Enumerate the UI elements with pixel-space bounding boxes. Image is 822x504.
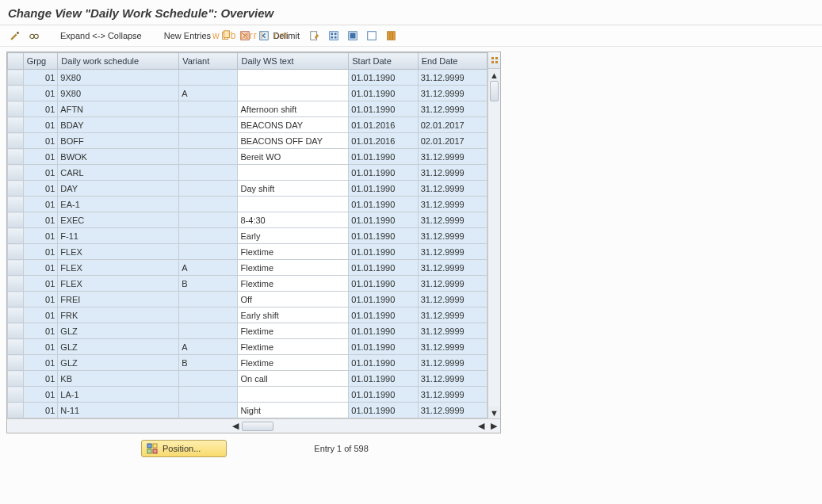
cell-end[interactable]: 31.12.9999 (418, 86, 487, 101)
cell-end[interactable]: 31.12.9999 (418, 212, 487, 228)
scroll-thumb-h[interactable] (242, 422, 273, 431)
row-selector[interactable] (8, 403, 24, 418)
cell-dws[interactable]: BOFF (58, 133, 179, 149)
cell-start[interactable]: 01.01.1990 (349, 181, 418, 197)
cell-variant[interactable] (179, 117, 238, 133)
cell-dws[interactable]: BWOK (58, 149, 179, 165)
cell-end[interactable]: 31.12.9999 (418, 403, 487, 418)
cell-variant[interactable] (179, 149, 238, 165)
row-selector[interactable] (8, 86, 24, 101)
cell-grpg[interactable]: 01 (23, 86, 58, 101)
position-button[interactable]: Position... (141, 440, 227, 457)
toggle-display-icon[interactable] (8, 29, 22, 43)
row-selector[interactable] (8, 307, 24, 323)
cell-end[interactable]: 31.12.9999 (418, 228, 487, 244)
cell-start[interactable]: 01.01.2016 (349, 133, 418, 149)
cell-dws[interactable]: 9X80 (58, 70, 179, 86)
row-selector[interactable] (8, 197, 24, 212)
cell-grpg[interactable]: 01 (23, 323, 58, 339)
cell-end[interactable]: 02.01.2017 (418, 117, 487, 133)
row-selector[interactable] (8, 371, 24, 387)
cell-dws[interactable]: KB (58, 371, 179, 387)
cell-end[interactable]: 31.12.9999 (418, 339, 487, 355)
header-end[interactable]: End Date (418, 53, 487, 70)
cell-text[interactable]: Bereit WO (238, 149, 349, 165)
select-block-icon[interactable] (346, 29, 360, 43)
cell-text[interactable]: Flextime (238, 339, 349, 355)
cell-end[interactable]: 02.01.2017 (418, 133, 487, 149)
cell-end[interactable]: 31.12.9999 (418, 197, 487, 212)
cell-dws[interactable]: LA-1 (58, 387, 179, 403)
scroll-up-icon[interactable]: ▲ (488, 69, 500, 81)
row-selector[interactable] (8, 292, 24, 307)
row-selector[interactable] (8, 339, 24, 355)
row-selector[interactable] (8, 244, 24, 260)
cell-text[interactable]: 8-4:30 (238, 212, 349, 228)
cell-text[interactable] (238, 165, 349, 181)
cell-dws[interactable]: F-11 (58, 228, 179, 244)
cell-end[interactable]: 31.12.9999 (418, 70, 487, 86)
cell-end[interactable]: 31.12.9999 (418, 181, 487, 197)
cell-start[interactable]: 01.01.1990 (349, 260, 418, 276)
cell-variant[interactable] (179, 371, 238, 387)
cell-grpg[interactable]: 01 (23, 181, 58, 197)
cell-text[interactable]: Early shift (238, 307, 349, 323)
glasses-icon[interactable] (27, 29, 41, 43)
cell-dws[interactable]: FREI (58, 292, 179, 307)
cell-dws[interactable]: N-11 (58, 403, 179, 418)
row-selector[interactable] (8, 228, 24, 244)
cell-grpg[interactable]: 01 (23, 165, 58, 181)
cell-grpg[interactable]: 01 (23, 228, 58, 244)
cell-text[interactable]: Off (238, 292, 349, 307)
cell-end[interactable]: 31.12.9999 (418, 307, 487, 323)
cell-grpg[interactable]: 01 (23, 260, 58, 276)
row-selector[interactable] (8, 117, 24, 133)
row-selector[interactable] (8, 165, 24, 181)
cell-end[interactable]: 31.12.9999 (418, 165, 487, 181)
cell-start[interactable]: 01.01.1990 (349, 165, 418, 181)
row-selector[interactable] (8, 387, 24, 403)
cell-start[interactable]: 01.01.1990 (349, 276, 418, 292)
scroll-left-icon[interactable]: ◀ (229, 421, 242, 432)
scroll-down-icon[interactable]: ▼ (488, 407, 500, 418)
cell-end[interactable]: 31.12.9999 (418, 149, 487, 165)
cell-grpg[interactable]: 01 (23, 292, 58, 307)
cell-variant[interactable]: A (179, 86, 238, 101)
cell-variant[interactable] (179, 323, 238, 339)
cell-grpg[interactable]: 01 (23, 339, 58, 355)
scroll-track-v[interactable] (488, 81, 500, 407)
cell-text[interactable]: Afternoon shift (238, 101, 349, 117)
row-selector[interactable] (8, 260, 24, 276)
cell-end[interactable]: 31.12.9999 (418, 244, 487, 260)
cell-variant[interactable] (179, 70, 238, 86)
cell-text[interactable]: Flextime (238, 276, 349, 292)
cell-end[interactable]: 31.12.9999 (418, 355, 487, 371)
cell-start[interactable]: 01.01.1990 (349, 323, 418, 339)
cell-grpg[interactable]: 01 (23, 197, 58, 212)
cell-start[interactable]: 01.01.1990 (349, 292, 418, 307)
row-selector[interactable] (8, 276, 24, 292)
cell-text[interactable]: Flextime (238, 244, 349, 260)
row-selector[interactable] (8, 212, 24, 228)
new-entries-button[interactable]: New Entries (161, 29, 214, 42)
delete-icon[interactable] (238, 29, 252, 43)
expand-collapse-button[interactable]: Expand <-> Collapse (57, 29, 145, 42)
header-text[interactable]: Daily WS text (238, 53, 349, 70)
cell-start[interactable]: 01.01.1990 (349, 355, 418, 371)
cell-dws[interactable]: EXEC (58, 212, 179, 228)
row-selector[interactable] (8, 149, 24, 165)
cell-start[interactable]: 01.01.1990 (349, 197, 418, 212)
cell-dws[interactable]: FRK (58, 307, 179, 323)
table-settings-icon[interactable] (488, 52, 500, 69)
cell-grpg[interactable]: 01 (23, 371, 58, 387)
cell-grpg[interactable]: 01 (23, 403, 58, 418)
cell-variant[interactable]: A (179, 339, 238, 355)
cell-variant[interactable] (179, 387, 238, 403)
cell-grpg[interactable]: 01 (23, 117, 58, 133)
cell-dws[interactable]: CARL (58, 165, 179, 181)
cell-variant[interactable] (179, 307, 238, 323)
cell-grpg[interactable]: 01 (23, 244, 58, 260)
cell-variant[interactable]: A (179, 260, 238, 276)
cell-start[interactable]: 01.01.1990 (349, 339, 418, 355)
cell-text[interactable]: BEACONS OFF DAY (238, 133, 349, 149)
